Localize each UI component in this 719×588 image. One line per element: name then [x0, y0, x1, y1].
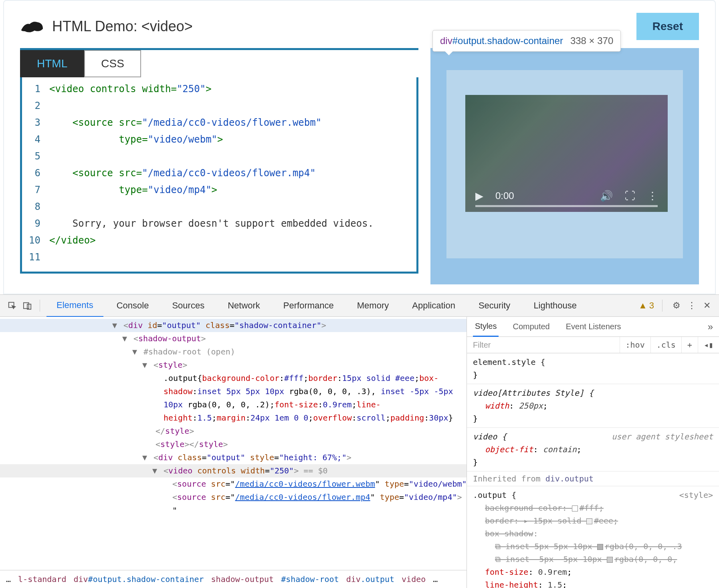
dt-tab-network[interactable]: Network	[218, 295, 270, 316]
fullscreen-icon[interactable]: ⛶	[625, 190, 635, 202]
dt-tab-lighthouse[interactable]: Lighthouse	[523, 295, 587, 316]
styles-tabs: Styles Computed Event Listeners »	[467, 317, 719, 337]
demo-container: HTML Demo: <video> Reset HTML CSS 123456…	[3, 0, 716, 294]
svg-rect-1	[24, 303, 29, 309]
more-icon[interactable]: ⋮	[647, 190, 658, 202]
play-icon[interactable]: ▶	[475, 190, 483, 202]
styles-filter-row: :hov .cls + ◂▮	[467, 337, 719, 353]
dt-tab-elements[interactable]: Elements	[46, 294, 103, 317]
device-icon[interactable]	[21, 300, 33, 312]
gear-icon[interactable]: ⚙	[671, 300, 683, 312]
rule-output[interactable]: <style>.output { background-color: #fff;…	[467, 486, 719, 588]
styles-filter-input[interactable]	[467, 337, 620, 353]
editor-tabs: HTML CSS	[20, 48, 418, 77]
devtools: Elements Console Sources Network Perform…	[0, 294, 719, 588]
code-body[interactable]: <video controls width="250"> <source src…	[45, 77, 378, 272]
el-div-output: ▼<div id="output" class="shadow-containe…	[0, 319, 467, 332]
el-video-selected: ▼<video controls width="250"> == $0	[0, 464, 467, 477]
demo-title: HTML Demo: <video>	[52, 18, 193, 35]
inspector-tooltip: div#output.shadow-container 338 × 370	[432, 30, 621, 52]
kebab-icon[interactable]: ⋮	[686, 300, 698, 312]
styles-panel: Styles Computed Event Listeners » :hov .…	[467, 317, 719, 588]
add-rule-icon[interactable]: +	[681, 337, 698, 353]
video-preview[interactable]: ▶ 0:00 🔊 ⛶ ⋮	[465, 95, 668, 212]
cls-toggle[interactable]: .cls	[650, 337, 681, 353]
output-inner: ▶ 0:00 🔊 ⛶ ⋮	[446, 70, 683, 258]
elements-tree[interactable]: ▼<div id="output" class="shadow-containe…	[0, 317, 467, 588]
dt-tab-security[interactable]: Security	[469, 295, 520, 316]
bc-shadow-root[interactable]: #shadow-root	[281, 573, 339, 586]
st-tab-styles[interactable]: Styles	[473, 317, 499, 337]
st-more-icon[interactable]: »	[708, 321, 713, 332]
line-gutter: 1234567891011	[22, 77, 45, 272]
dt-tab-memory[interactable]: Memory	[347, 295, 399, 316]
devtools-tabs: Elements Console Sources Network Perform…	[0, 295, 719, 317]
inspect-icon[interactable]	[6, 300, 18, 312]
rule-video-attr[interactable]: video[Attributes Style] { width: 250px; …	[467, 384, 719, 428]
output-highlight: Output ▶ 0:00 🔊 ⛶ ⋮	[430, 48, 699, 284]
reset-button[interactable]: Reset	[636, 13, 699, 40]
editor-region: HTML CSS 1234567891011 <video controls w…	[20, 48, 418, 284]
hov-toggle[interactable]: :hov	[620, 337, 650, 353]
dt-tab-console[interactable]: Console	[107, 295, 159, 316]
close-icon[interactable]: ✕	[701, 300, 713, 312]
inherited-label: Inherited from div.output	[467, 471, 719, 486]
mdn-logo	[20, 16, 44, 36]
dt-tab-application[interactable]: Application	[402, 295, 465, 316]
bc-video[interactable]: video	[402, 573, 426, 586]
tab-css[interactable]: CSS	[84, 50, 141, 77]
st-tab-computed[interactable]: Computed	[511, 317, 551, 336]
breadcrumb[interactable]: … l-standard div#output.shadow-container…	[0, 570, 467, 588]
st-tab-listeners[interactable]: Event Listeners	[564, 317, 623, 336]
rule-element-style[interactable]: element.style { }	[467, 353, 719, 384]
output-region: div#output.shadow-container 338 × 370 Ou…	[430, 48, 699, 284]
bc-shadow-output[interactable]: shadow-output	[211, 573, 274, 586]
volume-icon[interactable]: 🔊	[600, 190, 613, 202]
rule-video-ua[interactable]: user agent stylesheetvideo { object-fit:…	[467, 428, 719, 471]
code-editor[interactable]: 1234567891011 <video controls width="250…	[20, 77, 418, 274]
bc-output[interactable]: div#output.shadow-container	[73, 573, 204, 586]
video-time: 0:00	[495, 190, 514, 201]
dt-tab-sources[interactable]: Sources	[162, 295, 214, 316]
bc-div-output[interactable]: div.output	[346, 573, 394, 586]
panel-toggle-icon[interactable]: ◂▮	[698, 337, 719, 353]
bc-standard[interactable]: l-standard	[18, 573, 66, 586]
dt-tab-performance[interactable]: Performance	[273, 295, 344, 316]
warnings-badge[interactable]: ▲ 3	[638, 300, 654, 311]
progress-bar[interactable]	[475, 205, 658, 207]
video-controls: ▶ 0:00 🔊 ⛶ ⋮	[465, 180, 668, 212]
tab-html[interactable]: HTML	[20, 50, 84, 77]
